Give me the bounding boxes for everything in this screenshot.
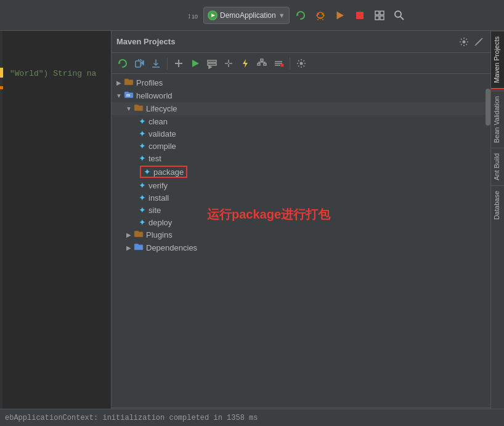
lifecycle-validate[interactable]: ✦ validate — [112, 127, 490, 140]
tab-maven-projects[interactable]: Maven Projects — [491, 31, 504, 88]
maven-scrollbar[interactable] — [486, 82, 490, 408]
maven-refresh-btn[interactable] — [115, 56, 130, 71]
svg-rect-8 — [336, 12, 338, 19]
svg-rect-13 — [380, 16, 384, 20]
lifecycle-verify[interactable]: ✦ verify — [112, 179, 490, 191]
maven-tree: ▶ Profiles ▼ m helloworld — [112, 74, 490, 408]
separator-1 — [167, 57, 168, 70]
svg-rect-9 — [356, 12, 364, 19]
profiles-folder-icon — [124, 78, 134, 88]
profiles-item[interactable]: ▶ Profiles — [112, 76, 490, 89]
deploy-gear-icon: ✦ — [139, 217, 146, 227]
dependencies-item[interactable]: ▶ Dependencies — [112, 241, 490, 254]
maven-reimport-btn[interactable] — [132, 56, 147, 71]
search-btn[interactable] — [391, 7, 408, 24]
lifecycle-arrow-icon: ▼ — [124, 104, 134, 114]
plugins-arrow-icon: ▶ — [124, 230, 134, 240]
svg-marker-25 — [209, 66, 211, 68]
dependencies-arrow-icon: ▶ — [124, 243, 134, 253]
main-area: "World") String na Maven Projects — [0, 31, 504, 426]
test-gear-icon: ✦ — [139, 153, 146, 163]
svg-rect-18 — [136, 61, 140, 67]
maven-settings-toolbar-btn[interactable] — [294, 56, 309, 71]
svg-marker-26 — [243, 59, 248, 68]
svg-rect-28 — [258, 63, 260, 65]
package-border-box: ✦ package — [140, 166, 187, 178]
verify-gear-icon: ✦ — [139, 180, 146, 190]
validate-gear-icon: ✦ — [139, 129, 146, 139]
stop-btn[interactable] — [351, 7, 368, 24]
verify-label: verify — [148, 181, 168, 190]
tab-maven-label: Maven Projects — [493, 36, 500, 83]
svg-rect-29 — [264, 63, 266, 65]
svg-point-14 — [395, 11, 401, 17]
project-structure-btn[interactable] — [371, 7, 388, 24]
bottom-status-bar: ebApplicationContext: initialization com… — [0, 409, 504, 426]
lifecycle-item[interactable]: ▼ Lifecycle — [112, 102, 490, 115]
maven-settings-btn[interactable] — [457, 35, 471, 49]
test-label: test — [148, 154, 161, 163]
maven-pin-btn[interactable] — [472, 35, 486, 49]
validate-label: validate — [148, 129, 176, 139]
tab-bean-label: Bean Validation — [493, 96, 500, 143]
plugins-item[interactable]: ▶ Plugins — [112, 228, 490, 241]
svg-rect-23 — [208, 60, 216, 62]
lifecycle-package[interactable]: ✦ package — [112, 164, 490, 179]
helloworld-arrow-icon: ▼ — [114, 91, 124, 101]
maven-add-btn[interactable] — [171, 56, 186, 71]
maven-panel-title: Maven Projects — [116, 37, 175, 46]
svg-line-15 — [400, 17, 404, 20]
maven-skip-tests-btn[interactable] — [271, 56, 286, 71]
code-editor: "World") String na — [0, 31, 111, 426]
maven-hierarchy-btn[interactable] — [254, 56, 269, 71]
helloworld-item[interactable]: ▼ m helloworld — [112, 89, 490, 102]
site-gear-icon: ✦ — [139, 205, 146, 215]
package-gear-icon: ✦ — [144, 167, 151, 177]
code-line-1: "World") String na — [10, 68, 105, 81]
top-toolbar: ↕ 10 DemoApplication ▼ — [0, 0, 504, 31]
dependencies-folder-icon — [134, 243, 144, 253]
run-config-dropdown[interactable]: DemoApplication ▼ — [203, 7, 290, 24]
svg-text:↕: ↕ — [187, 12, 191, 20]
download-sources-btn[interactable]: ↕ 10 — [184, 7, 201, 24]
profiles-label: Profiles — [136, 78, 163, 87]
lifecycle-install[interactable]: ✦ install — [112, 191, 490, 204]
run-coverage-btn[interactable] — [331, 7, 349, 24]
lifecycle-deploy[interactable]: ✦ deploy — [112, 216, 490, 228]
maven-download-btn[interactable] — [148, 56, 163, 71]
svg-point-16 — [463, 40, 466, 43]
status-text: ebApplicationContext: initialization com… — [5, 414, 258, 422]
install-label: install — [148, 193, 169, 203]
lifecycle-label: Lifecycle — [146, 104, 177, 113]
compile-label: compile — [148, 142, 176, 151]
svg-rect-12 — [375, 16, 379, 20]
maven-panel-header: Maven Projects — [112, 31, 490, 53]
right-tabs-panel: Maven Projects Bean Validation Ant Build… — [490, 31, 504, 426]
tab-bean-validation[interactable]: Bean Validation — [491, 90, 504, 148]
tab-ant-build[interactable]: Ant Build — [491, 148, 504, 185]
yellow-marker — [0, 68, 3, 78]
clean-label: clean — [148, 117, 168, 126]
lifecycle-compile[interactable]: ✦ compile — [112, 140, 490, 152]
run-config-label: DemoApplication — [220, 11, 276, 20]
maven-bolt-btn[interactable] — [238, 56, 253, 71]
debug-btn[interactable] — [312, 7, 329, 24]
lifecycle-folder-icon — [134, 103, 144, 114]
svg-text:m: m — [126, 93, 130, 97]
lifecycle-test[interactable]: ✦ test — [112, 152, 490, 164]
panel-header-icons — [457, 35, 486, 49]
svg-rect-27 — [261, 59, 263, 61]
clean-gear-icon: ✦ — [139, 116, 146, 126]
install-gear-icon: ✦ — [139, 193, 146, 203]
code-content: "World") String na — [0, 55, 111, 93]
dependencies-label: Dependencies — [146, 243, 197, 252]
maven-scrollbar-thumb[interactable] — [486, 89, 490, 126]
maven-execute-btn[interactable] — [205, 56, 219, 71]
refresh-btn[interactable] — [292, 7, 309, 24]
tab-database[interactable]: Database — [491, 185, 504, 225]
maven-run-btn[interactable] — [188, 56, 203, 71]
maven-toggle-btn[interactable] — [221, 56, 236, 71]
lifecycle-clean[interactable]: ✦ clean — [112, 115, 490, 127]
maven-toolbar — [112, 53, 490, 74]
lifecycle-site[interactable]: ✦ site — [112, 204, 490, 216]
